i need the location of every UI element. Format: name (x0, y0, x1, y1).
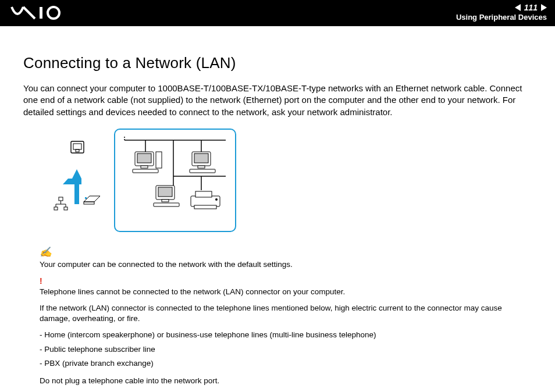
prev-page-arrow[interactable] (515, 4, 521, 11)
svg-rect-29 (194, 154, 208, 163)
svg-marker-14 (63, 179, 68, 184)
bullet-3: - PBX (private branch exchange) (40, 358, 532, 369)
svg-rect-27 (156, 152, 162, 168)
arrow-up-icon (63, 169, 81, 204)
intro-paragraph: You can connect your computer to 1000BAS… (23, 83, 532, 118)
warning-icon: ! (40, 276, 532, 287)
bullet-1: - Home (intercom speakerphone) or busine… (40, 330, 532, 340)
svg-rect-26 (133, 169, 158, 173)
svg-rect-5 (59, 197, 63, 201)
svg-rect-24 (137, 154, 151, 163)
page-content: Connecting to a Network (LAN) You can co… (0, 26, 555, 386)
svg-rect-17 (85, 197, 87, 199)
svg-rect-15 (74, 176, 79, 204)
svg-rect-37 (195, 191, 212, 197)
svg-rect-31 (190, 169, 215, 173)
svg-rect-25 (141, 166, 148, 168)
header-bar: 111 Using Peripheral Devices (0, 0, 555, 26)
page-number: 111 (524, 3, 538, 12)
svg-rect-35 (154, 203, 179, 206)
svg-point-1 (48, 7, 59, 19)
svg-rect-0 (40, 7, 42, 19)
svg-rect-33 (158, 187, 172, 197)
svg-rect-16 (84, 202, 94, 204)
svg-rect-34 (162, 199, 169, 202)
svg-rect-36 (191, 196, 220, 206)
ethernet-port-illustration (51, 137, 104, 224)
network-diagram (51, 129, 532, 232)
vaio-logo (10, 5, 74, 23)
note-icon: ✍ (40, 246, 532, 259)
lan-topology-illustration (114, 129, 236, 232)
svg-rect-30 (198, 166, 205, 168)
bullet-2: - Public telephone subscriber line (40, 344, 532, 355)
svg-rect-10 (54, 207, 58, 210)
svg-rect-11 (64, 207, 67, 210)
page-title: Connecting to a Network (LAN) (23, 54, 532, 72)
svg-rect-3 (73, 144, 81, 149)
note-text: Your computer can be connected to the ne… (40, 259, 532, 270)
section-title: Using Peripheral Devices (456, 13, 547, 22)
svg-rect-2 (71, 141, 84, 153)
warning-line-1: Telephone lines cannot be connected to t… (40, 287, 532, 297)
svg-rect-4 (76, 149, 79, 152)
warning-line-2: If the network (LAN) connector is connec… (40, 303, 532, 324)
final-warning: Do not plug a telephone cable into the n… (40, 376, 532, 386)
next-page-arrow[interactable] (541, 4, 547, 11)
svg-rect-38 (194, 205, 216, 209)
svg-point-39 (215, 198, 218, 201)
